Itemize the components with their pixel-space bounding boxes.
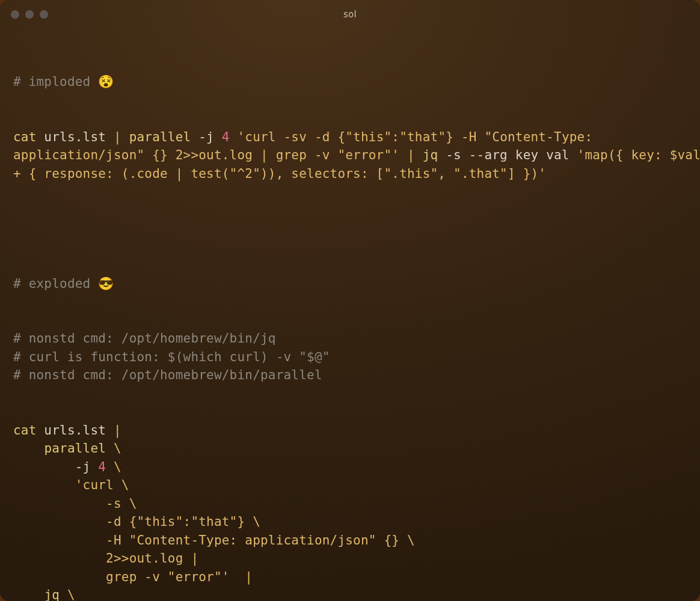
token-txt (415, 148, 423, 162)
code-line: -j 4 \ (13, 458, 687, 477)
token-cmd: jq (423, 148, 438, 162)
comment-exploded: # exploded 😎 (13, 275, 687, 293)
token-txt (399, 148, 407, 162)
token-op: \ (114, 460, 121, 474)
token-str: 'map({ key: $val } (577, 148, 700, 162)
token-op: | (114, 130, 121, 144)
exploded-command: cat urls.lst | parallel \ -j 4 \ 'curl \… (13, 421, 687, 602)
token-txt (230, 130, 238, 144)
code-line: grep -v "error"' | (13, 568, 687, 587)
token-str: -s \ (13, 496, 137, 511)
token-op: \ (67, 588, 75, 601)
token-txt: -s --arg key val (438, 148, 577, 162)
token-str: 'curl -sv -d {"this":"that"} -H "Content… (237, 130, 592, 144)
token-op: | (114, 423, 121, 438)
token-cmd: parallel (44, 441, 106, 456)
token-txt (121, 130, 129, 144)
token-num: 4 (222, 130, 230, 144)
token-cmd: jq (44, 588, 60, 601)
token-txt: -j (13, 460, 98, 474)
code-line: -s \ (13, 495, 687, 513)
token-txt (13, 441, 44, 456)
code-line: + { response: (.code | test("^2")), sele… (13, 165, 687, 183)
code-line: 2>>out.log | (13, 549, 687, 568)
token-txt (106, 441, 114, 456)
code-line: parallel \ (13, 439, 687, 458)
token-str: grep -v "error"' (13, 570, 230, 584)
imploded-command: cat urls.lst | parallel -j 4 'curl -sv -… (13, 128, 687, 183)
token-txt (13, 588, 44, 601)
titlebar[interactable]: sol (0, 0, 700, 29)
token-str: -d {"this":"that"} \ (13, 514, 260, 529)
token-cmd: cat (13, 130, 37, 144)
token-num: 4 (98, 460, 106, 474)
code-line: cat urls.lst | parallel -j 4 'curl -sv -… (13, 128, 687, 147)
comment-line: # curl is function: $(which curl) -v "$@… (13, 348, 687, 367)
comment-line: # nonstd cmd: /opt/homebrew/bin/parallel (13, 366, 687, 385)
terminal-window: sol # imploded 😵 cat urls.lst | parallel… (0, 0, 700, 601)
token-txt (13, 478, 75, 492)
code-line: -H "Content-Type: application/json" {} \ (13, 531, 687, 550)
token-str: 2>>out.log | (13, 551, 198, 566)
code-line: jq \ (13, 586, 687, 601)
blank-line (13, 219, 687, 238)
token-str: 'curl \ (75, 478, 129, 492)
token-txt: urls.lst (37, 130, 114, 144)
token-op: \ (114, 441, 121, 456)
token-cmd: cat (13, 423, 37, 438)
token-str: + { response: (.code | test("^2")), sele… (13, 166, 546, 181)
window-title: sol (0, 5, 700, 24)
token-txt (106, 460, 114, 474)
comment-imploded: # imploded 😵 (13, 73, 687, 91)
token-cmd: parallel (129, 130, 191, 144)
code-line: application/json" {} 2>>out.log | grep -… (13, 146, 687, 165)
token-str: application/json" {} 2>>out.log | grep -… (13, 148, 399, 162)
token-txt (60, 588, 67, 601)
comment-line: # nonstd cmd: /opt/homebrew/bin/jq (13, 329, 687, 348)
exploded-comments: # nonstd cmd: /opt/homebrew/bin/jq# curl… (13, 329, 687, 385)
code-line: -d {"this":"that"} \ (13, 513, 687, 531)
code-line: cat urls.lst | (13, 421, 687, 440)
code-line: 'curl \ (13, 476, 687, 495)
token-txt: urls.lst (37, 423, 114, 438)
token-op: | (407, 148, 415, 162)
token-txt (230, 570, 245, 584)
token-op: | (245, 570, 253, 584)
terminal-content[interactable]: # imploded 😵 cat urls.lst | parallel -j … (0, 29, 700, 601)
token-str: -H "Content-Type: application/json" {} \ (13, 533, 415, 548)
token-txt: -j (191, 130, 221, 144)
